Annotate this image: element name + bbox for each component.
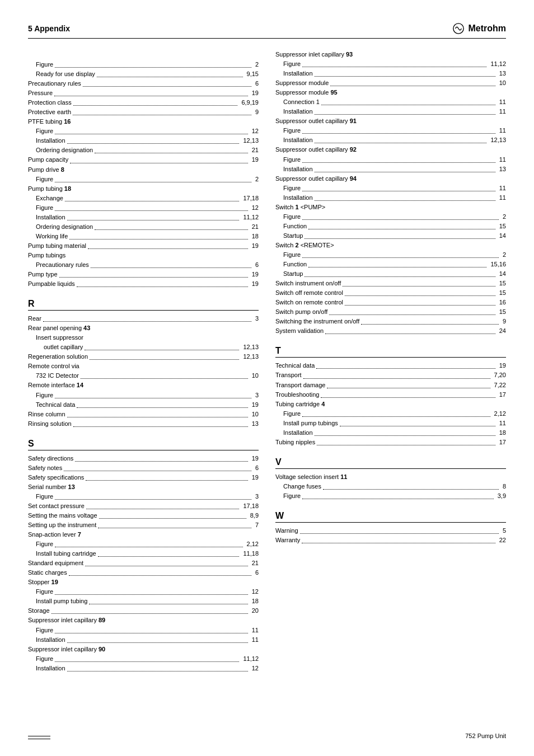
entry-page: 11 [497,155,506,165]
entry-name: Figure [275,250,301,260]
list-item: Ordering designation21 [28,222,259,232]
entry-page: 6 [253,260,259,270]
list-item: Safety directions19 [28,454,259,463]
dot-leader [77,287,248,287]
entry-name: Figure [275,126,301,135]
entry-page: 7,20 [492,370,506,380]
entry-page: 13 [250,419,259,429]
entry-name: Technical data [28,400,75,410]
entry-name: Tubing cartridge 4 [275,400,325,409]
entry-page: 11,12 [241,213,259,222]
list-item: Figure11 [28,626,259,635]
entry-page: 12 [250,664,259,673]
entry-page: 12,13 [241,136,259,145]
list-item: Installation11 [28,635,259,645]
entry-name: PTFE tubing 16 [28,117,71,126]
entry-name: Working life [28,232,68,241]
entry-page: 11 [497,126,506,135]
entry-name: Serial number 13 [28,482,75,492]
entry-name: Installation [275,193,313,203]
entry-page: 11 [497,184,506,193]
list-item: Installation11,12 [28,213,259,222]
index-section: SSafety directions19Safety notes6Safety … [28,439,259,673]
entry-name: Storage [28,606,50,616]
entry-page: 19 [250,241,259,251]
dot-leader [54,96,248,96]
list-item: Serial number 13 [28,482,259,492]
entry-page: 6 [253,568,259,577]
list-item: Install pump tubings11 [275,419,506,428]
entry-page: 7,22 [492,381,506,390]
entry-name: Switch 1 <PUMP> [275,203,325,212]
list-item: System validation24 [275,326,506,336]
logo-text: Metrohm [468,24,506,34]
dot-leader [302,162,495,163]
entry-name: Installation [275,428,313,438]
entry-name: Static charges [28,568,67,577]
index-section: TTechnical data19Transport7,20Transport … [275,346,506,447]
list-item: Storage20 [28,606,259,616]
list-item: Switch instrument on/off15 [275,279,506,288]
entry-page: 19 [250,279,259,289]
entry-page: 17 [497,390,506,400]
dot-leader [77,407,247,408]
list-item: Figure11 [275,126,506,135]
list-item: Voltage selection insert 11 [275,472,506,482]
entry-page: 11,12 [241,654,259,664]
list-item: Connection 111 [275,97,506,107]
list-item: Suppressor inlet capillary 90 [28,645,259,654]
dot-leader [55,210,248,211]
list-item: Setting the mains voltage8,9 [28,511,259,520]
list-item: Figure12 [28,126,259,136]
list-item: Safety notes6 [28,463,259,473]
entry-name: Installation [28,635,65,645]
entry-name: Switch 2 <REMOTE> [275,241,334,250]
index-section: WWarning5Warranty22 [275,511,506,545]
dot-leader [323,489,499,490]
page-number-label: 752 Pump Unit [465,732,506,739]
list-item: Install pump tubing18 [28,597,259,606]
dot-leader [95,153,248,153]
list-item: Regeneration solution12,13 [28,352,259,361]
entry-name: Installation [275,165,313,174]
list-item: Function15 [275,222,506,231]
dot-leader [67,143,240,144]
list-item: Figure3 [28,391,259,400]
dot-leader [302,67,486,67]
dot-leader [99,518,246,519]
index-content: Figure2Ready for use display9,15Precauti… [28,50,506,683]
entry-name: Switching the instrument on/off [275,317,359,326]
list-item: Suppressor inlet capillary 89 [28,616,259,625]
entry-page: 8 [500,482,506,491]
index-section: RRear3Rear panel opening 43Insert suppre… [28,299,259,429]
list-item: Protective earth9 [28,107,259,117]
dot-leader [65,201,240,201]
list-item: Safety specifications19 [28,473,259,482]
dot-leader [308,229,495,229]
list-item: Rinsing solution13 [28,419,259,429]
dot-leader [55,633,248,633]
entry-page: 10 [250,410,259,419]
dot-leader [315,114,495,115]
dot-leader [302,191,495,191]
dot-leader [98,556,240,557]
list-item: Startup14 [275,231,506,241]
list-item: Figure11,12 [275,59,506,69]
entry-name: Ready for use display [28,69,95,79]
dot-leader [329,314,495,315]
entry-page: 15 [497,307,506,317]
entry-name: outlet capillary [28,342,83,352]
list-item: Installation12 [28,664,259,673]
entry-page: 3 [253,391,259,400]
entry-name: Transport damage [275,381,325,390]
dot-leader [302,543,495,543]
dot-leader [88,248,248,249]
entry-page: 15 [497,288,506,298]
list-item: Figure12 [28,203,259,213]
top-section: Figure2Ready for use display9,15Precauti… [28,60,259,289]
entry-page: 2,12 [245,539,259,549]
list-item: Insert suppressor [28,333,259,342]
list-item: Pump type19 [28,270,259,279]
list-item: Pumpable liquids19 [28,279,259,289]
entry-name: Setting up the instrument [28,520,96,530]
